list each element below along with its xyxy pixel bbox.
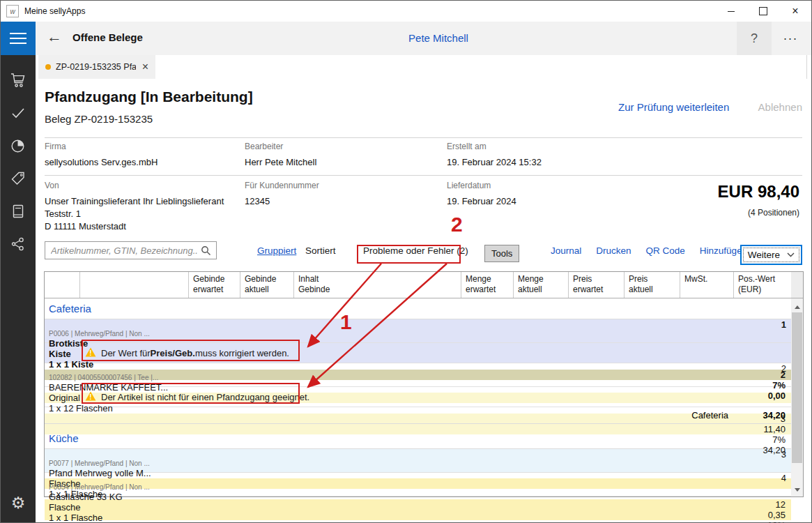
field-value: 12345 bbox=[245, 195, 319, 208]
chevron-down-icon bbox=[787, 252, 795, 257]
warning-text: Der Artikel ist nicht für einen Pfandzug… bbox=[101, 392, 309, 402]
close-icon: × bbox=[792, 6, 798, 17]
column-header[interactable] bbox=[45, 272, 80, 298]
field-value: sellysolutions Serv.ges.mbH bbox=[45, 156, 158, 169]
problems-errors-button[interactable]: Probleme oder Fehler (2) bbox=[363, 245, 468, 256]
tab-bar: ZP-0219-153235 Pfa... × bbox=[36, 55, 811, 79]
sidebar-item-book[interactable] bbox=[1, 196, 36, 229]
column-header[interactable] bbox=[80, 272, 189, 298]
document-total: EUR 98,40 (4 Positionen) bbox=[718, 182, 799, 218]
unsaved-dot-icon bbox=[45, 64, 51, 70]
group-header-cafeteria[interactable]: Cafeteria bbox=[45, 298, 791, 319]
back-button[interactable]: ← bbox=[47, 28, 62, 46]
window-controls: × bbox=[715, 1, 811, 22]
scrollbar-thumb[interactable] bbox=[792, 312, 802, 463]
group-header-küche[interactable]: Küche bbox=[45, 428, 791, 449]
divider bbox=[45, 175, 802, 176]
document-title: Pfandzugang [In Bearbeitung] bbox=[45, 89, 253, 105]
app-window: w Meine sellyApps × ⚙ ← Offene Belege Pe… bbox=[0, 0, 812, 523]
field-label: Lieferdatum bbox=[447, 181, 516, 190]
svg-text:!: ! bbox=[89, 393, 91, 401]
minimize-icon bbox=[728, 11, 735, 12]
forward-for-review-button[interactable]: Zur Prüfung weiterleiten bbox=[618, 101, 729, 113]
app-logo-icon: w bbox=[6, 5, 19, 17]
article-name: Gasflasche 33 KG bbox=[49, 492, 123, 502]
info-field-von: VonUnser Trainingslieferant Ihr Liebling… bbox=[45, 181, 224, 233]
sidebar-item-tag[interactable] bbox=[1, 163, 36, 196]
column-header[interactable]: Mengeerwartet bbox=[461, 272, 514, 298]
position-number: 2 bbox=[45, 363, 791, 374]
sorted-toggle[interactable]: Sortiert bbox=[305, 245, 336, 256]
warning-icon: ! bbox=[85, 347, 101, 359]
document-number: Beleg ZP-0219-153235 bbox=[45, 113, 153, 125]
gebinde-aktuell-cell[interactable]: Flasche bbox=[45, 502, 791, 513]
tab-close-icon[interactable]: × bbox=[142, 61, 148, 73]
column-header[interactable]: MwSt. bbox=[680, 272, 734, 298]
hamburger-menu-button[interactable] bbox=[1, 22, 36, 55]
field-label: Firma bbox=[45, 142, 158, 151]
grouped-toggle[interactable]: Gruppiert bbox=[257, 245, 296, 256]
field-label: Erstellt am bbox=[447, 142, 542, 151]
article-meta: P0054 | Mehrweg/Pfand | Non ... bbox=[49, 483, 150, 492]
ellipsis-icon: ··· bbox=[783, 31, 798, 46]
subtotal-label: Cafeteria bbox=[680, 410, 734, 420]
row-warning-message: !Der Wert für Preis/Geb. muss korrigiert… bbox=[45, 343, 791, 363]
sidebar-item-share[interactable] bbox=[1, 229, 36, 262]
info-field-firma: Firmasellysolutions Serv.ges.mbH bbox=[45, 142, 158, 169]
subtotal-value: 34,20 bbox=[734, 410, 791, 420]
check-icon bbox=[10, 105, 26, 123]
help-button[interactable]: ? bbox=[737, 22, 772, 55]
help-icon: ? bbox=[751, 31, 758, 46]
field-value: Herr Pete Mitchell bbox=[245, 156, 316, 169]
drucken-link[interactable]: Drucken bbox=[596, 245, 631, 256]
tools-button[interactable]: Tools bbox=[484, 245, 519, 262]
article-name: Pfand Mehrweg volle M... bbox=[49, 468, 151, 478]
cart-icon bbox=[10, 73, 26, 91]
column-header[interactable]: Preisaktuell bbox=[625, 272, 680, 298]
column-header[interactable]: Preiserwartet bbox=[569, 272, 625, 298]
sidebar-item-cart[interactable] bbox=[1, 65, 36, 98]
column-header[interactable]: Gebindeaktuell bbox=[240, 272, 294, 298]
table-row[interactable]: 3P0077 | Mehrweg/Pfand | Non ...Pfand Me… bbox=[45, 449, 791, 473]
window-title: Meine sellyApps bbox=[24, 6, 85, 16]
article-cell: P0054 | Mehrweg/Pfand | Non ...Gasflasch… bbox=[45, 483, 791, 502]
search-icon[interactable] bbox=[201, 245, 211, 256]
table-row[interactable]: 1P0006 | Mehrweg/Pfand | Non ...Brotkist… bbox=[45, 319, 791, 343]
document-area: Pfandzugang [In Bearbeitung] Beleg ZP-02… bbox=[36, 79, 811, 522]
column-header[interactable]: Pos.-Wert(EUR) bbox=[734, 272, 791, 298]
journal-link[interactable]: Journal bbox=[551, 245, 581, 256]
tab-document[interactable]: ZP-0219-153235 Pfa... × bbox=[38, 55, 155, 79]
column-header[interactable]: Gebindeerwartet bbox=[189, 272, 240, 298]
scroll-up-arrow[interactable] bbox=[791, 301, 803, 312]
column-header[interactable]: InhaltGebinde bbox=[294, 272, 461, 298]
user-name-link[interactable]: Pete Mitchell bbox=[408, 32, 468, 44]
scroll-down-arrow[interactable] bbox=[791, 484, 803, 495]
reject-button[interactable]: Ablehnen bbox=[758, 101, 802, 113]
table-grid: GebindeerwartetGebindeaktuellInhaltGebin… bbox=[45, 272, 791, 497]
sidebar-item-pie-chart[interactable] bbox=[1, 130, 36, 163]
svg-text:!: ! bbox=[89, 349, 91, 357]
table-row[interactable]: 4P0054 | Mehrweg/Pfand | Non ...Gasflasc… bbox=[45, 473, 791, 497]
minimize-button[interactable] bbox=[715, 1, 747, 22]
close-button[interactable]: × bbox=[779, 1, 811, 22]
weitere-dropdown-button[interactable]: Weitere bbox=[740, 245, 802, 265]
qr-code-link[interactable]: QR Code bbox=[646, 245, 685, 256]
toolbar-links: JournalDruckenQR CodeHinzufügen bbox=[551, 245, 747, 256]
maximize-button[interactable] bbox=[747, 1, 779, 22]
column-header[interactable]: Mengeaktuell bbox=[514, 272, 569, 298]
positions-table: GebindeerwartetGebindeaktuellInhaltGebin… bbox=[44, 271, 804, 497]
table-scrollbar[interactable] bbox=[791, 272, 803, 497]
search-input[interactable] bbox=[45, 245, 201, 256]
position-count: (4 Positionen) bbox=[718, 208, 799, 218]
sidebar-item-check[interactable] bbox=[1, 98, 36, 130]
more-menu-button[interactable]: ··· bbox=[776, 26, 804, 51]
sidebar: ⚙ bbox=[1, 22, 36, 522]
tab-label: ZP-0219-153235 Pfa... bbox=[56, 62, 136, 72]
sidebar-nav bbox=[1, 65, 36, 262]
settings-button[interactable]: ⚙ bbox=[1, 489, 36, 517]
inhalt-gebinde-cell: 1 x 1 Flasche bbox=[45, 513, 791, 523]
group-subtotal-row: Cafeteria34,20 bbox=[45, 407, 791, 424]
table-row[interactable]: 2102082 | 04005500007456 | Tee |...BAERE… bbox=[45, 363, 791, 387]
position-number: 3 bbox=[45, 449, 791, 460]
scrollbar-header-spacer bbox=[791, 272, 803, 298]
